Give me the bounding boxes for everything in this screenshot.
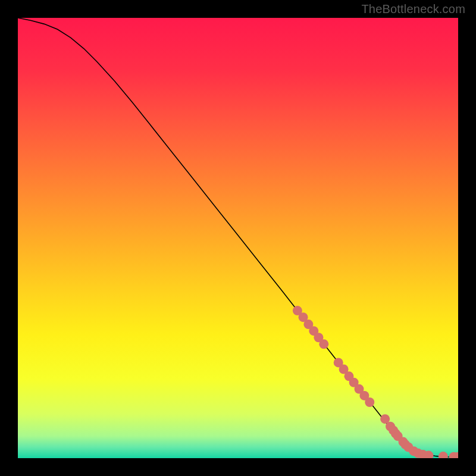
gradient-background	[18, 18, 458, 458]
chart-stage: TheBottleneck.com	[0, 0, 476, 476]
curve-dot	[365, 397, 374, 407]
watermark-label: TheBottleneck.com	[361, 2, 465, 16]
curve-dot	[319, 339, 328, 349]
plot-area	[18, 18, 458, 458]
chart-svg	[18, 18, 458, 458]
